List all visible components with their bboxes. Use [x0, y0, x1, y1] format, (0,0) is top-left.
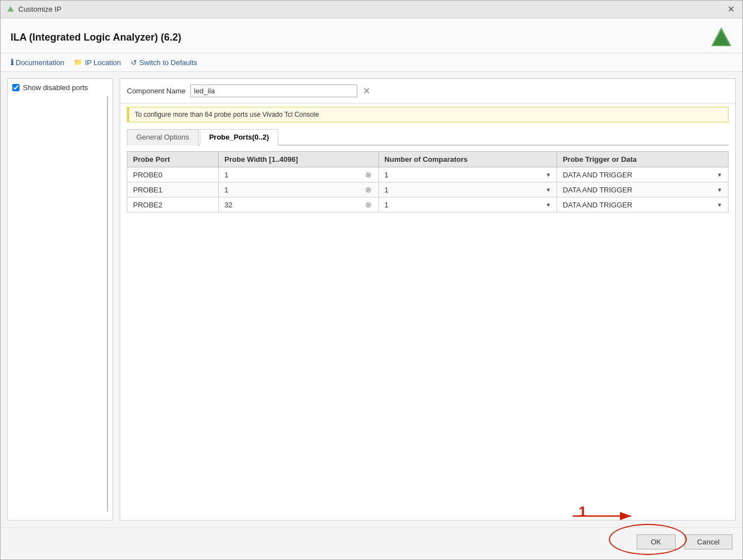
- trigger-data-2-value: DATA AND TRIGGER: [563, 201, 632, 209]
- bottom-bar: 1 OK Cancel: [1, 527, 742, 559]
- tab-probe-ports[interactable]: Probe_Ports(0..2): [200, 129, 279, 146]
- title-bar-text: Customize IP: [18, 5, 61, 13]
- show-disabled-ports-row: Show disabled ports: [12, 83, 108, 92]
- title-bar: Customize IP ✕: [1, 1, 742, 18]
- info-bar-text: To configure more than 64 probe ports us…: [135, 111, 319, 118]
- trigger-data-0-cell: DATA AND TRIGGER ▼: [563, 171, 722, 179]
- trigger-data-0-arrow[interactable]: ▼: [717, 172, 722, 178]
- left-panel: Show disabled ports: [7, 78, 113, 521]
- trigger-data-1-value: DATA AND TRIGGER: [563, 186, 632, 194]
- trigger-data-1-arrow[interactable]: ▼: [717, 187, 722, 193]
- probe-port-1: PROBE1: [127, 182, 219, 197]
- num-comparators-2: 1 ▼: [378, 197, 557, 212]
- close-button[interactable]: ✕: [725, 4, 737, 15]
- location-icon: 📁: [74, 58, 82, 66]
- left-inner: [12, 96, 108, 512]
- num-comparators-1-value: 1: [385, 186, 388, 194]
- probe-width-1-value: 1: [224, 186, 228, 194]
- ip-location-label: IP Location: [85, 58, 121, 67]
- probe-width-0-value: 1: [224, 171, 228, 179]
- trigger-data-2-cell: DATA AND TRIGGER ▼: [563, 201, 722, 209]
- col-probe-width: Probe Width [1..4096]: [219, 152, 379, 167]
- documentation-label: Documentation: [16, 58, 64, 67]
- table-row: PROBE1 1 ⊗ 1 ▼: [127, 182, 729, 197]
- dialog-title: ILA (Integrated Logic Analyzer) (6.2): [11, 32, 181, 43]
- switch-to-defaults-link[interactable]: ↺ Switch to Defaults: [131, 58, 197, 67]
- table-row: PROBE0 1 ⊗ 1 ▼: [127, 167, 729, 182]
- probe-width-0: 1 ⊗: [219, 167, 379, 182]
- trigger-data-1-cell: DATA AND TRIGGER ▼: [563, 186, 722, 194]
- probe-port-2: PROBE2: [127, 197, 219, 212]
- main-content: Show disabled ports Component Name ✕ To …: [1, 72, 742, 527]
- vivado-icon: [6, 5, 15, 14]
- left-divider: [107, 96, 108, 512]
- probe-width-2-value: 32: [224, 201, 232, 209]
- num-comparators-1: 1 ▼: [378, 182, 557, 197]
- ip-location-link[interactable]: 📁 IP Location: [74, 58, 121, 67]
- probe-width-0-clear[interactable]: ⊗: [364, 170, 373, 179]
- cancel-button[interactable]: Cancel: [685, 534, 732, 549]
- col-num-comparators: Number of Comparators: [378, 152, 557, 167]
- num-comparators-0-arrow[interactable]: ▼: [545, 172, 551, 178]
- ok-button[interactable]: OK: [637, 534, 676, 549]
- customize-ip-dialog: Customize IP ✕ ILA (Integrated Logic Ana…: [0, 0, 743, 560]
- trigger-data-1: DATA AND TRIGGER ▼: [557, 182, 729, 197]
- switch-to-defaults-label: Switch to Defaults: [139, 58, 197, 67]
- refresh-icon: ↺: [131, 58, 137, 67]
- toolbar: ℹ Documentation 📁 IP Location ↺ Switch t…: [1, 53, 742, 72]
- probe-width-2-cell: 32 ⊗: [224, 200, 373, 209]
- tab-general-options-label: General Options: [136, 133, 189, 141]
- table-header-row: Probe Port Probe Width [1..4096] Number …: [127, 152, 729, 167]
- num-comparators-0: 1 ▼: [378, 167, 557, 182]
- table-row: PROBE2 32 ⊗ 1 ▼: [127, 197, 729, 212]
- dialog-header: ILA (Integrated Logic Analyzer) (6.2): [1, 18, 742, 53]
- num-comparators-2-value: 1: [385, 201, 388, 209]
- probe-width-1-clear[interactable]: ⊗: [364, 185, 373, 194]
- trigger-data-0: DATA AND TRIGGER ▼: [557, 167, 729, 182]
- component-name-label: Component Name: [127, 87, 186, 95]
- trigger-data-2-arrow[interactable]: ▼: [717, 202, 722, 208]
- num-comparators-1-cell: 1 ▼: [385, 186, 551, 194]
- probe-width-1: 1 ⊗: [219, 182, 379, 197]
- probe-port-0: PROBE0: [127, 167, 219, 182]
- component-name-input[interactable]: [190, 85, 357, 97]
- show-disabled-ports-label: Show disabled ports: [23, 83, 88, 92]
- num-comparators-0-value: 1: [385, 171, 388, 179]
- title-bar-left: Customize IP: [6, 5, 61, 14]
- col-trigger-or-data: Probe Trigger or Data: [557, 152, 729, 167]
- num-comparators-2-arrow[interactable]: ▼: [545, 202, 551, 208]
- annotation-arrow: [573, 505, 639, 527]
- xilinx-logo: [710, 26, 732, 48]
- svg-marker-0: [7, 6, 14, 12]
- documentation-link[interactable]: ℹ Documentation: [11, 58, 64, 67]
- tabs-row: General Options Probe_Ports(0..2): [127, 128, 729, 146]
- probe-width-2: 32 ⊗: [219, 197, 379, 212]
- left-text-area: [12, 96, 102, 512]
- probe-width-2-clear[interactable]: ⊗: [364, 200, 373, 209]
- table-container: Probe Port Probe Width [1..4096] Number …: [120, 146, 735, 520]
- probe-width-0-cell: 1 ⊗: [224, 170, 373, 179]
- info-icon: ℹ: [11, 58, 13, 67]
- trigger-data-2: DATA AND TRIGGER ▼: [557, 197, 729, 212]
- tab-probe-ports-label: Probe_Ports(0..2): [209, 133, 269, 141]
- component-name-row: Component Name ✕: [120, 79, 735, 103]
- trigger-data-0-value: DATA AND TRIGGER: [563, 171, 632, 179]
- info-bar: To configure more than 64 probe ports us…: [127, 107, 729, 122]
- num-comparators-0-cell: 1 ▼: [385, 171, 551, 179]
- right-panel: Component Name ✕ To configure more than …: [120, 78, 736, 521]
- num-comparators-2-cell: 1 ▼: [385, 201, 551, 209]
- probe-width-1-cell: 1 ⊗: [224, 185, 373, 194]
- component-name-clear-button[interactable]: ✕: [362, 86, 371, 97]
- num-comparators-1-arrow[interactable]: ▼: [545, 187, 551, 193]
- col-probe-port: Probe Port: [127, 152, 219, 167]
- probe-table: Probe Port Probe Width [1..4096] Number …: [127, 151, 729, 212]
- show-disabled-ports-checkbox[interactable]: [12, 84, 19, 91]
- tab-general-options[interactable]: General Options: [127, 129, 199, 146]
